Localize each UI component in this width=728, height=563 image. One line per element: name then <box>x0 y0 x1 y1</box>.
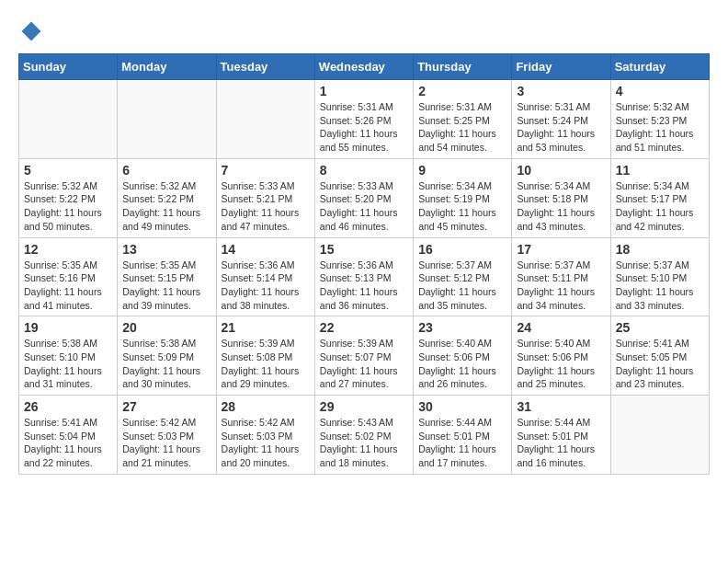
calendar-cell: 25Sunrise: 5:41 AM Sunset: 5:05 PM Dayli… <box>610 316 709 396</box>
calendar-cell: 2Sunrise: 5:31 AM Sunset: 5:25 PM Daylig… <box>414 80 512 159</box>
day-info: Sunrise: 5:41 AM Sunset: 5:05 PM Dayligh… <box>616 337 704 391</box>
day-info: Sunrise: 5:41 AM Sunset: 5:04 PM Dayligh… <box>24 416 112 470</box>
day-info: Sunrise: 5:39 AM Sunset: 5:07 PM Dayligh… <box>320 337 408 391</box>
day-info: Sunrise: 5:37 AM Sunset: 5:10 PM Dayligh… <box>616 259 704 313</box>
day-info: Sunrise: 5:34 AM Sunset: 5:17 PM Dayligh… <box>616 179 704 234</box>
day-number: 23 <box>418 320 506 335</box>
calendar-header-wednesday: Wednesday <box>314 54 413 80</box>
calendar-week-3: 12Sunrise: 5:35 AM Sunset: 5:16 PM Dayli… <box>19 237 710 316</box>
calendar-cell: 5Sunrise: 5:32 AM Sunset: 5:22 PM Daylig… <box>19 158 118 237</box>
calendar-cell: 22Sunrise: 5:39 AM Sunset: 5:07 PM Dayli… <box>314 316 413 396</box>
day-number: 20 <box>122 320 210 335</box>
day-number: 9 <box>418 163 506 178</box>
day-info: Sunrise: 5:36 AM Sunset: 5:14 PM Dayligh… <box>222 259 310 313</box>
day-number: 5 <box>24 163 112 178</box>
calendar-cell: 16Sunrise: 5:37 AM Sunset: 5:12 PM Dayli… <box>414 237 512 316</box>
calendar-header-sunday: Sunday <box>19 54 118 80</box>
calendar-cell: 1Sunrise: 5:31 AM Sunset: 5:26 PM Daylig… <box>314 80 413 159</box>
calendar-cell: 18Sunrise: 5:37 AM Sunset: 5:10 PM Dayli… <box>610 237 709 316</box>
day-number: 3 <box>517 84 605 98</box>
calendar-header-friday: Friday <box>512 54 610 80</box>
day-info: Sunrise: 5:44 AM Sunset: 5:01 PM Dayligh… <box>418 416 506 470</box>
calendar-cell <box>610 396 709 475</box>
day-info: Sunrise: 5:34 AM Sunset: 5:19 PM Dayligh… <box>418 179 506 234</box>
calendar-header-monday: Monday <box>118 54 216 80</box>
calendar-cell: 8Sunrise: 5:33 AM Sunset: 5:20 PM Daylig… <box>314 158 413 237</box>
day-number: 15 <box>320 242 408 257</box>
calendar-cell: 28Sunrise: 5:42 AM Sunset: 5:03 PM Dayli… <box>216 396 314 475</box>
day-number: 24 <box>517 320 605 335</box>
day-number: 16 <box>418 242 506 257</box>
day-number: 30 <box>418 399 506 414</box>
day-info: Sunrise: 5:32 AM Sunset: 5:22 PM Dayligh… <box>24 179 112 234</box>
day-number: 27 <box>122 399 210 414</box>
day-number: 11 <box>616 163 704 178</box>
calendar-cell: 12Sunrise: 5:35 AM Sunset: 5:16 PM Dayli… <box>19 237 118 316</box>
day-info: Sunrise: 5:36 AM Sunset: 5:13 PM Dayligh… <box>320 259 408 313</box>
day-number: 2 <box>418 84 506 98</box>
logo-icon <box>18 18 44 44</box>
calendar-cell: 29Sunrise: 5:43 AM Sunset: 5:02 PM Dayli… <box>314 396 413 475</box>
day-number: 19 <box>24 320 112 335</box>
day-info: Sunrise: 5:38 AM Sunset: 5:10 PM Dayligh… <box>24 337 112 391</box>
day-info: Sunrise: 5:32 AM Sunset: 5:22 PM Dayligh… <box>122 179 210 234</box>
day-number: 13 <box>122 242 210 257</box>
day-info: Sunrise: 5:31 AM Sunset: 5:26 PM Dayligh… <box>320 100 408 155</box>
day-info: Sunrise: 5:43 AM Sunset: 5:02 PM Dayligh… <box>320 416 408 470</box>
calendar-cell: 13Sunrise: 5:35 AM Sunset: 5:15 PM Dayli… <box>118 237 216 316</box>
calendar-cell: 15Sunrise: 5:36 AM Sunset: 5:13 PM Dayli… <box>314 237 413 316</box>
day-number: 7 <box>222 163 310 178</box>
day-info: Sunrise: 5:40 AM Sunset: 5:06 PM Dayligh… <box>418 337 506 391</box>
day-number: 1 <box>320 84 408 98</box>
calendar-cell: 23Sunrise: 5:40 AM Sunset: 5:06 PM Dayli… <box>414 316 512 396</box>
calendar-cell: 20Sunrise: 5:38 AM Sunset: 5:09 PM Dayli… <box>118 316 216 396</box>
day-info: Sunrise: 5:35 AM Sunset: 5:15 PM Dayligh… <box>122 259 210 313</box>
calendar-header-row: SundayMondayTuesdayWednesdayThursdayFrid… <box>19 54 710 80</box>
day-number: 28 <box>222 399 310 414</box>
day-number: 22 <box>320 320 408 335</box>
day-info: Sunrise: 5:34 AM Sunset: 5:18 PM Dayligh… <box>517 179 605 234</box>
calendar-cell: 3Sunrise: 5:31 AM Sunset: 5:24 PM Daylig… <box>512 80 610 159</box>
calendar-header-tuesday: Tuesday <box>216 54 314 80</box>
calendar-cell: 4Sunrise: 5:32 AM Sunset: 5:23 PM Daylig… <box>610 80 709 159</box>
day-info: Sunrise: 5:37 AM Sunset: 5:12 PM Dayligh… <box>418 259 506 313</box>
day-number: 25 <box>616 320 704 335</box>
calendar-cell <box>118 80 216 159</box>
day-number: 21 <box>222 320 310 335</box>
day-number: 14 <box>222 242 310 257</box>
day-number: 12 <box>24 242 112 257</box>
day-number: 31 <box>517 399 605 414</box>
day-number: 4 <box>616 84 704 98</box>
day-number: 18 <box>616 242 704 257</box>
calendar-header-saturday: Saturday <box>610 54 709 80</box>
calendar-cell: 27Sunrise: 5:42 AM Sunset: 5:03 PM Dayli… <box>118 396 216 475</box>
day-info: Sunrise: 5:39 AM Sunset: 5:08 PM Dayligh… <box>222 337 310 391</box>
day-info: Sunrise: 5:40 AM Sunset: 5:06 PM Dayligh… <box>517 337 605 391</box>
calendar-cell: 30Sunrise: 5:44 AM Sunset: 5:01 PM Dayli… <box>414 396 512 475</box>
calendar-header-thursday: Thursday <box>414 54 512 80</box>
calendar-cell: 17Sunrise: 5:37 AM Sunset: 5:11 PM Dayli… <box>512 237 610 316</box>
day-number: 26 <box>24 399 112 414</box>
day-info: Sunrise: 5:31 AM Sunset: 5:25 PM Dayligh… <box>418 100 506 155</box>
day-info: Sunrise: 5:31 AM Sunset: 5:24 PM Dayligh… <box>517 100 605 155</box>
calendar-cell <box>216 80 314 159</box>
day-info: Sunrise: 5:37 AM Sunset: 5:11 PM Dayligh… <box>517 259 605 313</box>
calendar-cell: 6Sunrise: 5:32 AM Sunset: 5:22 PM Daylig… <box>118 158 216 237</box>
calendar-week-4: 19Sunrise: 5:38 AM Sunset: 5:10 PM Dayli… <box>19 316 710 396</box>
calendar-table: SundayMondayTuesdayWednesdayThursdayFrid… <box>18 53 710 475</box>
calendar-cell: 19Sunrise: 5:38 AM Sunset: 5:10 PM Dayli… <box>19 316 118 396</box>
day-info: Sunrise: 5:33 AM Sunset: 5:20 PM Dayligh… <box>320 179 408 234</box>
calendar-cell: 7Sunrise: 5:33 AM Sunset: 5:21 PM Daylig… <box>216 158 314 237</box>
day-info: Sunrise: 5:38 AM Sunset: 5:09 PM Dayligh… <box>122 337 210 391</box>
calendar-cell: 31Sunrise: 5:44 AM Sunset: 5:01 PM Dayli… <box>512 396 610 475</box>
calendar-week-2: 5Sunrise: 5:32 AM Sunset: 5:22 PM Daylig… <box>19 158 710 237</box>
day-info: Sunrise: 5:42 AM Sunset: 5:03 PM Dayligh… <box>122 416 210 470</box>
calendar-cell: 10Sunrise: 5:34 AM Sunset: 5:18 PM Dayli… <box>512 158 610 237</box>
calendar-cell: 26Sunrise: 5:41 AM Sunset: 5:04 PM Dayli… <box>19 396 118 475</box>
day-number: 6 <box>122 163 210 178</box>
day-info: Sunrise: 5:35 AM Sunset: 5:16 PM Dayligh… <box>24 259 112 313</box>
day-number: 17 <box>517 242 605 257</box>
day-number: 10 <box>517 163 605 178</box>
calendar-cell: 11Sunrise: 5:34 AM Sunset: 5:17 PM Dayli… <box>610 158 709 237</box>
svg-marker-0 <box>22 22 41 41</box>
